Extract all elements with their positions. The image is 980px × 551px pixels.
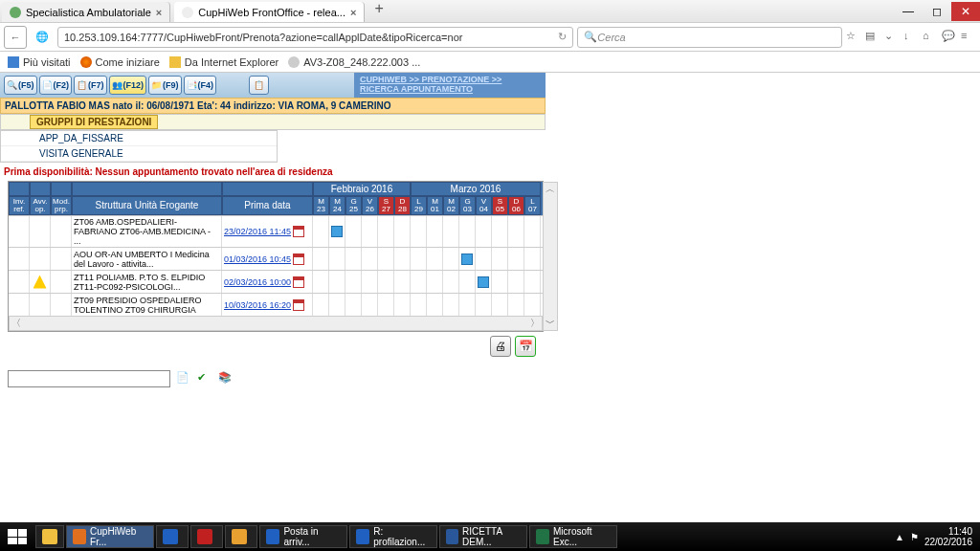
day-header: S05 [492, 196, 508, 215]
prima-data-link[interactable]: 23/02/2016 11:45 [224, 227, 291, 236]
browser-search[interactable]: 🔍 Cerca [577, 27, 842, 48]
pocket-icon[interactable]: ⌄ [884, 30, 900, 45]
day-header: D06 [508, 196, 524, 215]
calendar-icon[interactable] [293, 253, 304, 265]
new-tab-button[interactable]: + [367, 0, 390, 22]
start-button[interactable] [0, 522, 34, 551]
horizontal-scrollbar[interactable]: 〈〉 [9, 316, 543, 331]
menu-icon[interactable]: ≡ [961, 30, 976, 45]
system-tray[interactable]: ▲ ⚑ 11:40 22/02/2016 [887, 526, 980, 547]
table-row[interactable]: ZT09 PRESIDIO OSPEDALIERO TOLENTINO ZT09… [9, 293, 543, 316]
day-header: M02 [443, 196, 459, 215]
list-icon[interactable]: ▤ [865, 30, 880, 45]
calendar-icon[interactable] [293, 226, 304, 237]
maximize-button[interactable]: ◻ [923, 2, 951, 21]
prestazione-item[interactable]: APP_DA_FISSARE [1, 131, 277, 146]
taskbar-item[interactable]: R: profilazion... [349, 525, 437, 548]
print-icon[interactable]: 🖨 [490, 336, 511, 357]
bookmark-ie[interactable]: Da Internet Explorer [169, 56, 278, 68]
warning-icon [33, 276, 47, 289]
windows-taskbar: CupHiWeb Fr...Posta in arriv...R: profil… [0, 522, 980, 551]
window-controls: — ◻ ✕ [894, 2, 980, 21]
tab-title: CupHiWeb FrontOffice - relea... [198, 7, 345, 18]
f4-button[interactable]: 📑(F4) [184, 76, 217, 95]
tray-flag-icon[interactable]: ⚑ [910, 532, 919, 542]
day-header: M24 [329, 196, 345, 215]
availability-marker[interactable] [478, 276, 489, 288]
prima-data-link[interactable]: 10/03/2016 16:20 [224, 300, 291, 310]
availability-warning: Prima disponibilità: Nessun appuntamento… [0, 163, 980, 181]
taskbar-item[interactable]: CupHiWeb Fr... [66, 525, 154, 548]
availability-marker[interactable] [331, 226, 343, 237]
browser-navbar: ← 🌐 10.253.109.164:7777/CupHiwebFront/Pr… [0, 23, 980, 52]
minimize-button[interactable]: — [894, 2, 923, 21]
f5-button[interactable]: 🔍(F5) [4, 76, 37, 95]
col-inv: Inv. ref. [9, 196, 30, 215]
copy-button[interactable]: 📋 [249, 76, 269, 95]
taskbar-item[interactable] [225, 525, 257, 548]
f12-button[interactable]: 👥(F12) [109, 76, 147, 95]
table-row[interactable]: AOU OR-AN UMBERTO I Medicina del Lavoro … [9, 247, 543, 270]
taskbar-item[interactable]: RICETTA DEM... [439, 525, 527, 548]
bookmark-av3[interactable]: AV3-Z08_248.222.003 ... [288, 56, 420, 68]
books-icon[interactable]: 📚 [218, 371, 234, 386]
availability-marker[interactable] [461, 253, 473, 265]
filter-input[interactable] [8, 370, 170, 387]
struttura-cell: AOU OR-AN UMBERTO I Medicina del Lavoro … [72, 248, 222, 270]
day-header: L07 [524, 196, 541, 215]
day-header: L29 [411, 196, 427, 215]
window-titlebar: Specialistica Ambulatoriale × CupHiWeb F… [0, 0, 980, 23]
table-row[interactable]: ZT06 AMB.OSPEDALIERI-FABRIANO ZT06-AMB.M… [9, 215, 543, 247]
day-header: D28 [394, 196, 411, 215]
prima-data-link[interactable]: 02/03/2016 10:00 [224, 277, 291, 287]
bottom-search-row: 📄 ✔ 📚 [8, 370, 980, 387]
bookmark-getting-started[interactable]: Come iniziare [80, 56, 160, 68]
download-icon[interactable]: ↓ [903, 30, 919, 45]
chat-icon[interactable]: 💬 [942, 30, 957, 45]
browser-tab-1[interactable]: Specialistica Ambulatoriale × [2, 2, 170, 22]
close-window-button[interactable]: ✕ [951, 2, 980, 21]
home-icon[interactable]: ⌂ [923, 30, 938, 45]
back-button[interactable]: ← [4, 26, 27, 49]
group-tab[interactable]: GRUPPI DI PRESTAZIONI [30, 115, 158, 129]
bookmark-most-visited[interactable]: Più visitati [8, 56, 71, 68]
availability-grid: ︿﹀ Febbraio 2016 Marzo 2016 Inv. ref. Av… [8, 181, 544, 332]
bookmark-bar: Più visitati Come iniziare Da Internet E… [0, 52, 980, 73]
taskbar-item[interactable]: Microsoft Exc... [529, 525, 617, 548]
url-bar[interactable]: 10.253.109.164:7777/CupHiwebFront/Prenot… [57, 27, 573, 48]
prestazione-item[interactable]: VISITA GENERALE [1, 146, 277, 162]
table-row[interactable]: ZT11 POLIAMB. P.TO S. ELPIDIO ZT11-PC092… [9, 270, 543, 293]
col-struttura: Struttura Unità Erogante [72, 196, 222, 215]
prima-data-link[interactable]: 01/03/2016 10:45 [224, 254, 291, 264]
day-header: V26 [362, 196, 378, 215]
f7-button[interactable]: 📋(F7) [74, 76, 107, 95]
f2-button[interactable]: 📄(F2) [39, 76, 73, 95]
clear-icon[interactable]: 📄 [176, 371, 191, 386]
taskbar-item[interactable] [190, 525, 223, 548]
struttura-cell: ZT11 POLIAMB. P.TO S. ELPIDIO ZT11-PC092… [72, 271, 222, 293]
breadcrumb: CUPHIWEB >> PRENOTAZIONE >> RICERCA APPU… [354, 73, 546, 98]
f9-button[interactable]: 📁(F9) [148, 76, 182, 95]
month-feb: Febbraio 2016 [313, 182, 411, 196]
calendar-icon[interactable] [293, 276, 304, 288]
day-header: M23 [313, 196, 329, 215]
close-icon[interactable]: × [156, 7, 162, 18]
taskbar-item[interactable] [156, 525, 189, 548]
day-header: V04 [476, 196, 492, 215]
browser-tab-2[interactable]: CupHiWeb FrontOffice - relea... × [174, 2, 365, 22]
add-event-icon[interactable]: 📅 [515, 336, 536, 357]
taskbar-clock[interactable]: 11:40 22/02/2016 [924, 526, 972, 547]
task-explorer[interactable] [35, 525, 64, 548]
tab-title: Specialistica Ambulatoriale [26, 7, 151, 18]
grid-action-icons: 🖨 📅 [8, 336, 536, 357]
taskbar-item[interactable]: Posta in arriv... [259, 525, 347, 548]
vertical-scrollbar[interactable]: ︿﹀ [543, 182, 558, 331]
calendar-icon[interactable] [293, 299, 304, 311]
breadcrumb-link-2[interactable]: RICERCA APPUNTAMENTO [360, 85, 540, 95]
close-icon[interactable]: × [350, 7, 356, 18]
check-icon[interactable]: ✔ [197, 371, 212, 386]
day-header-row: Inv. ref. Avv. op. Mod. prp. Struttura U… [9, 196, 543, 215]
tab-favicon [182, 7, 193, 18]
bookmark-icon[interactable]: ☆ [846, 30, 861, 45]
tray-up-icon[interactable]: ▲ [895, 532, 904, 542]
